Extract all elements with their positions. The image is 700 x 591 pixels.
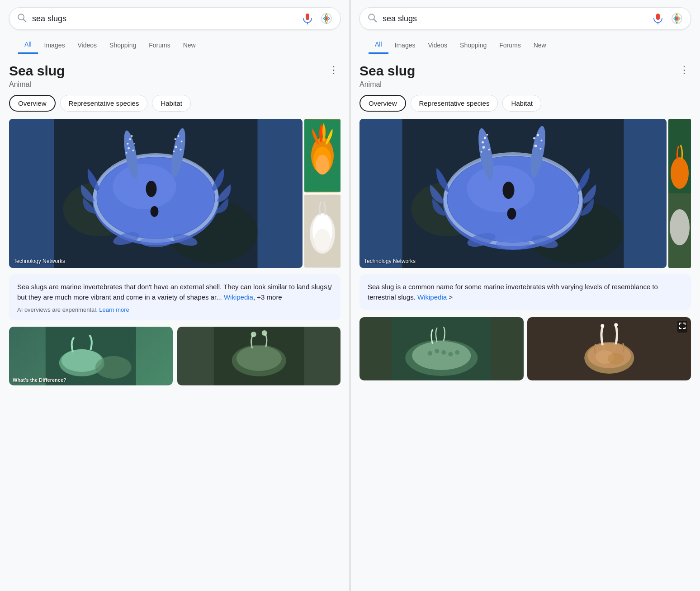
mic-icon-right[interactable]: [652, 12, 664, 25]
mic-icon-left[interactable]: [301, 12, 314, 25]
left-search-icons: [301, 12, 333, 25]
svg-line-1: [23, 19, 26, 22]
right-knowledge-header: Sea slug ⋮: [359, 63, 691, 79]
chip-habitat-right[interactable]: Habitat: [502, 95, 541, 112]
tab-images-left[interactable]: Images: [38, 37, 71, 53]
left-image-row: Technology Networks: [9, 119, 341, 268]
tab-forums-right[interactable]: Forums: [493, 37, 527, 53]
chip-habitat-left[interactable]: Habitat: [152, 95, 191, 112]
right-side-image-partial[interactable]: [668, 119, 691, 268]
left-side-images: [304, 119, 341, 268]
svg-point-92: [448, 352, 453, 356]
left-search-input[interactable]: sea slugs: [32, 14, 301, 23]
chip-representative-left[interactable]: Representative species: [60, 95, 148, 112]
right-panel: sea slugs: [350, 0, 700, 591]
tab-new-left[interactable]: New: [177, 37, 202, 53]
svg-point-48: [236, 346, 281, 371]
right-search-box[interactable]: sea slugs: [359, 7, 691, 30]
left-chips-row: Overview Representative species Habitat: [9, 95, 341, 112]
svg-point-28: [175, 146, 177, 148]
tab-all-left[interactable]: All: [18, 36, 38, 54]
svg-point-37: [316, 155, 329, 175]
left-bottom-image1[interactable]: What's the Difference?: [9, 327, 173, 385]
left-side-image-top[interactable]: [304, 119, 341, 192]
tab-images-right[interactable]: Images: [388, 37, 422, 53]
svg-point-63: [467, 165, 535, 212]
left-ai-note: AI overviews are experimental. Learn mor…: [17, 306, 332, 313]
right-search-icons: [652, 12, 683, 25]
svg-point-21: [132, 150, 134, 151]
svg-point-17: [127, 143, 129, 145]
tab-all-right[interactable]: All: [369, 36, 388, 54]
left-bottom-images: What's the Difference?: [9, 327, 341, 385]
svg-point-50: [261, 330, 267, 336]
svg-point-93: [455, 350, 459, 355]
left-search-area: sea slugs: [0, 0, 350, 54]
svg-point-25: [175, 138, 176, 140]
right-main-image[interactable]: Technology Networks: [359, 119, 667, 268]
svg-point-49: [251, 332, 256, 337]
right-nav-tabs: All Images Videos Shopping Forums New: [359, 36, 691, 54]
left-main-image[interactable]: Technology Networks: [9, 119, 303, 268]
svg-point-67: [482, 141, 484, 144]
left-content: Sea slug ⋮ Animal Overview Representativ…: [0, 54, 350, 385]
tab-shopping-left[interactable]: Shopping: [103, 37, 142, 53]
right-description-text: Sea slug is a common name for some marin…: [368, 281, 683, 303]
right-chips-row: Overview Representative species Habitat: [359, 95, 691, 112]
svg-point-72: [481, 151, 482, 153]
svg-point-91: [441, 350, 446, 355]
chip-representative-right[interactable]: Representative species: [411, 95, 498, 112]
left-nav-tabs: All Images Videos Shopping Forums New: [9, 36, 341, 54]
svg-rect-4: [306, 14, 309, 20]
left-bottom-image2[interactable]: [177, 327, 341, 385]
fullscreen-icon-right[interactable]: [677, 321, 687, 333]
svg-point-88: [412, 341, 471, 370]
svg-point-70: [482, 146, 485, 149]
right-menu-dots[interactable]: ⋮: [677, 63, 691, 77]
left-wikipedia-link[interactable]: Wikipedia: [224, 293, 253, 301]
svg-point-76: [541, 140, 543, 141]
left-title: Sea slug: [9, 63, 65, 79]
svg-point-81: [496, 238, 530, 249]
left-image-caption: Technology Networks: [14, 258, 65, 264]
right-search-input[interactable]: sea slugs: [383, 14, 652, 23]
tab-new-right[interactable]: New: [527, 37, 553, 53]
search-icon: [17, 13, 27, 24]
right-image-row: Technology Networks: [359, 119, 691, 268]
left-learn-more-link[interactable]: Learn more: [99, 306, 129, 313]
tab-videos-right[interactable]: Videos: [421, 37, 454, 53]
left-panel: sea slugs: [0, 0, 350, 591]
svg-point-83: [671, 157, 689, 189]
right-search-icon-wrap: [367, 13, 377, 24]
left-menu-dots[interactable]: ⋮: [327, 63, 341, 77]
lens-icon-right[interactable]: [671, 12, 683, 25]
left-bottom-image1-label: What's the Difference?: [13, 377, 66, 383]
svg-point-13: [113, 164, 176, 209]
right-subtitle: Animal: [359, 80, 691, 89]
right-search-area: sea slugs: [350, 0, 700, 54]
svg-point-45: [95, 356, 132, 379]
tab-videos-left[interactable]: Videos: [71, 37, 103, 53]
left-description-box: ∨ Sea slugs are marine invertebrates tha…: [9, 274, 341, 320]
svg-point-56: [676, 17, 678, 20]
right-title: Sea slug: [359, 63, 415, 79]
left-side-image-bottom[interactable]: [304, 194, 341, 268]
right-bottom-image2[interactable]: [527, 317, 691, 380]
left-description-text: Sea slugs are marine invertebrates that …: [17, 281, 332, 303]
chip-overview-left[interactable]: Overview: [9, 95, 56, 112]
svg-point-30: [173, 150, 175, 152]
right-description-box: Sea slug is a common name for some marin…: [359, 274, 691, 310]
left-search-box[interactable]: sea slugs: [9, 7, 341, 30]
svg-point-20: [128, 147, 130, 150]
right-wikipedia-link[interactable]: Wikipedia: [417, 293, 447, 301]
svg-point-64: [503, 182, 515, 199]
tab-forums-left[interactable]: Forums: [142, 37, 176, 53]
right-image-caption: Technology Networks: [364, 258, 416, 264]
tab-shopping-right[interactable]: Shopping: [454, 37, 493, 53]
right-bottom-images: [359, 317, 691, 380]
chip-overview-right[interactable]: Overview: [359, 95, 406, 112]
svg-point-18: [129, 138, 131, 140]
right-bottom-image1[interactable]: [359, 317, 524, 380]
left-expand-arrow[interactable]: ∨: [326, 281, 333, 292]
lens-icon-left[interactable]: [320, 12, 333, 25]
